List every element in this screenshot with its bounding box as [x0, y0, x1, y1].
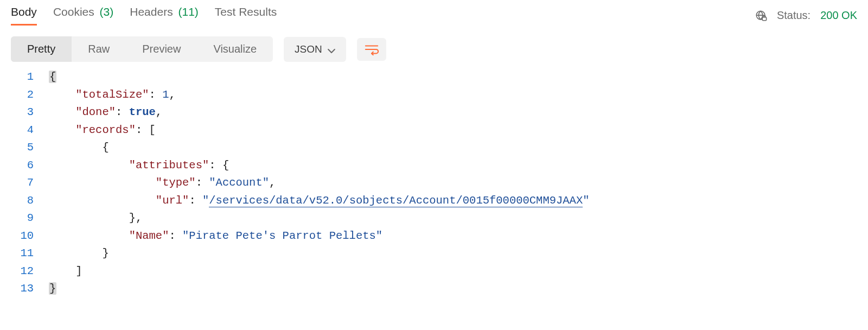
format-label: JSON [295, 43, 322, 55]
tab-label: Cookies [53, 5, 94, 18]
line-number: 12 [11, 263, 49, 281]
view-tab-label: Preview [142, 43, 181, 55]
view-tabs: Pretty Raw Preview Visualize [11, 36, 273, 62]
json-key: "type" [156, 176, 196, 189]
code-content: { [49, 68, 56, 86]
status-area: Status: 200 OK [755, 9, 857, 22]
view-tab-label: Visualize [213, 43, 257, 55]
tab-label: Test Results [215, 5, 277, 18]
wrap-lines-icon [365, 43, 379, 55]
code-line: 5 { [11, 139, 857, 157]
tab-label: Body [11, 5, 37, 18]
line-number: 11 [11, 245, 49, 263]
code-content: "records": [ [49, 122, 156, 139]
view-raw[interactable]: Raw [72, 36, 126, 62]
line-number: 5 [11, 139, 49, 157]
code-line: 11 } [11, 245, 857, 263]
code-content: "type": "Account", [49, 174, 276, 192]
network-icon[interactable] [755, 10, 767, 22]
code-content: }, [49, 210, 142, 227]
url-link[interactable]: /services/data/v52.0/sobjects/Account/00… [209, 194, 583, 207]
line-number: 7 [11, 174, 49, 192]
tab-count: (11) [178, 5, 199, 18]
brace-open: { [102, 141, 108, 154]
code-line: 9 }, [11, 210, 857, 227]
code-content: "done": true, [49, 104, 162, 122]
view-tab-label: Raw [88, 43, 110, 55]
brace-close: } [49, 282, 56, 295]
code-content: } [49, 245, 109, 263]
status-code: 200 OK [820, 9, 857, 22]
line-number: 3 [11, 104, 49, 122]
tab-test-results[interactable]: Test Results [215, 5, 277, 26]
svg-rect-1 [762, 17, 766, 20]
tab-count: (3) [100, 5, 114, 18]
json-key: "attributes" [129, 159, 209, 172]
response-header: Body Cookies (3) Headers (11) Test Resul… [0, 0, 868, 26]
code-content: { [49, 139, 109, 157]
json-string: "Account" [209, 176, 269, 189]
view-pretty[interactable]: Pretty [11, 36, 72, 62]
line-number: 13 [11, 280, 49, 298]
line-number: 10 [11, 227, 49, 245]
brace-open: { [49, 71, 56, 83]
code-line: 13 } [11, 280, 857, 298]
code-content: "Name": "Pirate Pete's Parrot Pellets" [49, 227, 382, 245]
code-line: 7 "type": "Account", [11, 174, 857, 192]
brace-open: { [222, 159, 229, 172]
code-line: 6 "attributes": { [11, 157, 857, 175]
json-number: 1 [162, 88, 169, 101]
line-number: 9 [11, 210, 49, 227]
line-number: 8 [11, 192, 49, 210]
json-string: "Pirate Pete's Parrot Pellets" [182, 230, 382, 242]
tab-cookies[interactable]: Cookies (3) [53, 5, 113, 26]
code-line: 12 ] [11, 263, 857, 281]
code-content: ] [49, 263, 82, 281]
brace-close: } [102, 247, 108, 259]
tab-body[interactable]: Body [11, 5, 37, 26]
view-preview[interactable]: Preview [126, 36, 197, 62]
json-key: "url" [156, 194, 189, 207]
line-number: 6 [11, 157, 49, 175]
code-content: "url": "/services/data/v52.0/sobjects/Ac… [49, 192, 590, 210]
json-key: "totalSize" [75, 88, 149, 101]
code-line: 2 "totalSize": 1, [11, 86, 857, 104]
response-body[interactable]: 1 { 2 "totalSize": 1, 3 "done": true, 4 … [0, 68, 868, 298]
code-content: "attributes": { [49, 157, 229, 175]
code-line: 8 "url": "/services/data/v52.0/sobjects/… [11, 192, 857, 210]
view-tab-label: Pretty [27, 43, 55, 55]
status-label: Status: [777, 9, 810, 22]
line-number: 2 [11, 86, 49, 104]
json-key: "Name" [129, 230, 169, 242]
code-line: 10 "Name": "Pirate Pete's Parrot Pellets… [11, 227, 857, 245]
chevron-down-icon [328, 46, 335, 53]
wrap-lines-button[interactable] [357, 38, 386, 61]
code-content: "totalSize": 1, [49, 86, 176, 104]
response-tabs: Body Cookies (3) Headers (11) Test Resul… [11, 5, 277, 26]
line-number: 1 [11, 68, 49, 86]
format-select[interactable]: JSON [284, 37, 346, 62]
json-key: "records" [75, 124, 136, 136]
code-line: 1 { [11, 68, 857, 86]
tab-label: Headers [130, 5, 173, 18]
code-content: } [49, 280, 56, 298]
json-key: "done" [75, 106, 116, 118]
view-visualize[interactable]: Visualize [197, 36, 273, 62]
code-line: 4 "records": [ [11, 122, 857, 139]
line-number: 4 [11, 122, 49, 139]
brace-close: } [129, 212, 136, 224]
response-toolbar: Pretty Raw Preview Visualize JSON [0, 26, 868, 68]
code-line: 3 "done": true, [11, 104, 857, 122]
tab-headers[interactable]: Headers (11) [130, 5, 199, 26]
json-boolean: true [129, 106, 156, 118]
bracket-close: ] [75, 265, 82, 277]
